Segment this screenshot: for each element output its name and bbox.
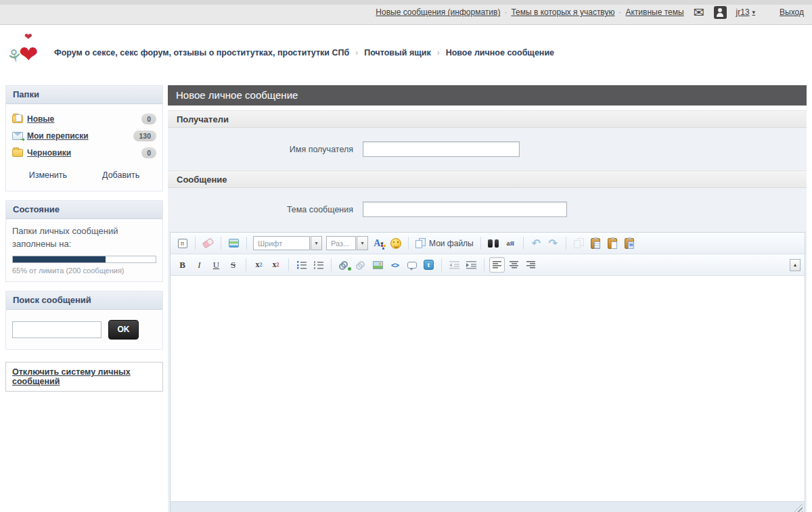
recipient-name-input[interactable] bbox=[363, 141, 520, 157]
eraser-icon bbox=[202, 238, 214, 249]
breadcrumb-site-link[interactable]: Форум о сексе, секс форум, отзывы о прос… bbox=[54, 48, 349, 57]
topbar-link-new-messages[interactable]: Новые сообщения (информатив) bbox=[376, 7, 500, 17]
breadcrumb: ⚘ ❤ ❤ Форум о сексе, секс форум, отзывы … bbox=[0, 25, 812, 80]
paste-button[interactable] bbox=[588, 235, 604, 251]
font-select-arrow-icon[interactable]: ▾ bbox=[311, 236, 322, 250]
sidebar: Папки Новые 0 Мои переписки 130 Черновик… bbox=[5, 85, 163, 392]
main-area: Новое личное сообщение Получатели Имя по… bbox=[168, 85, 807, 512]
logout-link[interactable]: Выход bbox=[780, 7, 804, 17]
resize-grip[interactable] bbox=[794, 504, 803, 512]
link-icon bbox=[339, 261, 349, 269]
profile-card-icon[interactable] bbox=[714, 6, 727, 19]
paste-word-button[interactable]: W bbox=[622, 235, 637, 251]
recipients-section-title: Получатели bbox=[168, 110, 807, 128]
sidebar-item-new[interactable]: Новые 0 bbox=[12, 110, 156, 127]
insert-link-button[interactable] bbox=[336, 257, 352, 273]
breadcrumb-mailbox-link[interactable]: Почтовый ящик bbox=[364, 48, 430, 57]
toolbar-collapse-button[interactable]: ▴ bbox=[790, 259, 800, 271]
size-select[interactable]: Раз... ▾ bbox=[326, 236, 368, 250]
font-select[interactable]: Шрифт ▾ bbox=[253, 236, 322, 250]
image-icon bbox=[373, 261, 383, 269]
outdent-icon bbox=[449, 261, 459, 269]
insert-image-button[interactable] bbox=[370, 257, 386, 273]
align-center-button[interactable] bbox=[506, 257, 522, 273]
underline-button[interactable]: U bbox=[208, 257, 224, 273]
insert-quote-button[interactable] bbox=[404, 257, 420, 273]
remove-link-button[interactable] bbox=[353, 257, 369, 273]
templates-button[interactable] bbox=[226, 235, 242, 251]
superscript-button[interactable]: x2 bbox=[268, 257, 284, 273]
my-files-button[interactable]: Мои файлы bbox=[413, 235, 476, 251]
message-section-title: Сообщение bbox=[168, 170, 807, 188]
outdent-button[interactable] bbox=[447, 257, 462, 273]
breadcrumb-separator: › bbox=[437, 48, 440, 57]
translate-button[interactable]: aя bbox=[503, 235, 518, 251]
folders-title: Папки bbox=[6, 86, 162, 104]
remove-format-button[interactable] bbox=[200, 235, 216, 251]
italic-button[interactable]: I bbox=[191, 257, 207, 273]
folders-box: Папки Новые 0 Мои переписки 130 Черновик… bbox=[5, 85, 163, 191]
indent-button[interactable] bbox=[464, 257, 479, 273]
username-label: jr13 bbox=[736, 7, 750, 17]
disable-pm-link[interactable]: Отключить систему личных сообщений bbox=[12, 367, 131, 386]
search-input[interactable] bbox=[12, 321, 102, 338]
redo-button[interactable]: ↷ bbox=[545, 235, 561, 251]
subject-input[interactable] bbox=[363, 202, 567, 217]
align-center-icon bbox=[510, 261, 518, 269]
topbar-link-my-topics[interactable]: Темы в которых я участвую bbox=[511, 7, 614, 17]
topbar-link-active-topics[interactable]: Активные темы bbox=[625, 7, 683, 17]
copy-button[interactable] bbox=[571, 235, 587, 251]
search-ok-button[interactable]: OK bbox=[108, 320, 139, 340]
toolbar-divider bbox=[288, 258, 289, 271]
toggle-source-button[interactable]: п bbox=[175, 235, 190, 251]
page-title: Новое личное сообщение bbox=[168, 85, 807, 106]
site-logo[interactable]: ⚘ ❤ ❤ bbox=[7, 37, 46, 69]
emoticons-button[interactable] bbox=[388, 235, 403, 251]
message-body-input[interactable] bbox=[171, 276, 805, 502]
toolbar-divider bbox=[331, 258, 332, 271]
numbered-list-button[interactable] bbox=[311, 257, 326, 273]
paste-plain-button[interactable] bbox=[605, 235, 621, 251]
subscript-button[interactable]: x2 bbox=[251, 257, 267, 273]
my-files-label: Мои файлы bbox=[429, 239, 474, 248]
sidebar-item-drafts[interactable]: Черновики 0 bbox=[12, 144, 156, 161]
strikethrough-button[interactable]: S bbox=[225, 257, 241, 273]
search-replace-button[interactable] bbox=[486, 235, 501, 251]
undo-icon: ↶ bbox=[532, 238, 541, 249]
add-folder-link[interactable]: Добавить bbox=[102, 170, 139, 180]
chevron-down-icon: ▾ bbox=[752, 9, 756, 16]
toolbar-divider bbox=[566, 237, 566, 250]
inbox-envelope-icon[interactable]: ✉ bbox=[694, 6, 704, 19]
username-menu[interactable]: jr13 ▾ bbox=[736, 7, 756, 17]
toolbar-divider bbox=[246, 258, 246, 271]
align-right-button[interactable] bbox=[523, 257, 539, 273]
bullet-list-icon bbox=[297, 261, 307, 269]
sidebar-item-conversations[interactable]: Мои переписки 130 bbox=[12, 127, 156, 144]
binoculars-icon bbox=[488, 239, 499, 248]
insert-code-button[interactable]: <> bbox=[387, 257, 403, 273]
breadcrumb-current-page: Новое личное сообщение bbox=[446, 48, 554, 57]
font-color-button[interactable]: A ▾ bbox=[371, 235, 386, 251]
align-left-button[interactable] bbox=[489, 257, 505, 273]
folder-conversations-count-badge: 130 bbox=[133, 131, 156, 141]
edit-folders-link[interactable]: Изменить bbox=[29, 170, 67, 180]
folder-drafts-link[interactable]: Черновики bbox=[27, 148, 71, 158]
quota-progress-fill bbox=[13, 256, 106, 262]
undo-button[interactable]: ↶ bbox=[528, 235, 544, 251]
folder-new-link[interactable]: Новые bbox=[27, 114, 54, 124]
source-mode-icon: п bbox=[178, 239, 187, 248]
size-select-arrow-icon[interactable]: ▾ bbox=[357, 236, 368, 250]
bullet-list-button[interactable] bbox=[294, 257, 309, 273]
compose-panel: Получатели Имя получателя Сообщение Тема… bbox=[168, 110, 807, 512]
bold-button[interactable]: B bbox=[175, 257, 190, 273]
insert-tweet-button[interactable]: t bbox=[421, 257, 436, 273]
folder-icon bbox=[12, 149, 23, 157]
folder-conversations-link[interactable]: Мои переписки bbox=[27, 131, 89, 141]
topbar-links: Новые сообщения (информатив) · Темы в ко… bbox=[376, 7, 683, 17]
files-icon bbox=[415, 238, 426, 248]
disable-pm-box: Отключить систему личных сообщений bbox=[5, 362, 163, 392]
paste-plain-icon bbox=[608, 238, 617, 249]
quota-progress-bar bbox=[12, 256, 156, 263]
folder-new-count-badge: 0 bbox=[141, 114, 156, 124]
redo-icon: ↷ bbox=[549, 238, 558, 249]
